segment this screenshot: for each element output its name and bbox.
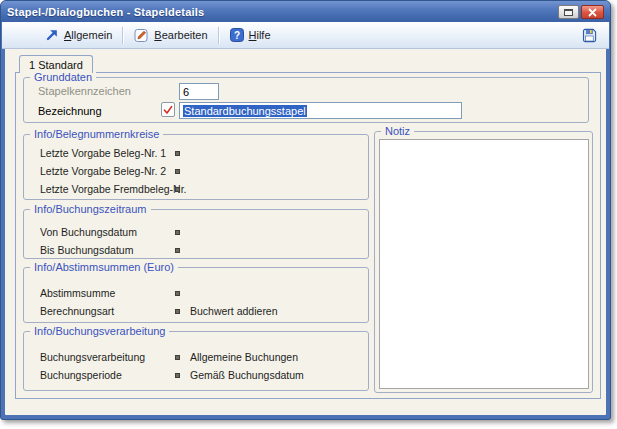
- arrow-up-right-icon: [45, 28, 59, 42]
- info-row-label: Berechnungsart: [40, 305, 114, 317]
- tab-standard[interactable]: 1 Standard: [19, 55, 93, 73]
- info-row: Abstimmsumme: [24, 285, 368, 303]
- info-row-label: Von Buchungsdatum: [40, 226, 137, 238]
- info-row-label: Abstimmsumme: [40, 287, 115, 299]
- group-grunddaten: Grunddaten Stapelkennzeichen Bezeichnung…: [23, 77, 589, 123]
- info-row-label: Letzte Vorgabe Beleg-Nr. 1: [40, 147, 166, 159]
- window-title: Stapel-/Dialogbuchen - Stapeldetails: [7, 6, 204, 18]
- value-marker-square: [175, 373, 180, 378]
- window-controls: [558, 5, 604, 19]
- info-row-label: Letzte Vorgabe Beleg-Nr. 2: [40, 165, 166, 177]
- restore-icon: [564, 9, 573, 16]
- check-glyph: [163, 105, 173, 115]
- group-legend: Notiz: [381, 125, 414, 137]
- group-legend: Info/Belegnummernkreise: [30, 128, 163, 140]
- group-abstimmsummen: Info/Abstimmsummen (Euro) Abstimmsumme B…: [23, 267, 369, 323]
- info-row: Letzte Vorgabe Beleg-Nr. 1: [24, 145, 368, 163]
- bezeichnung-selected-text: Standardbuchungsstapel: [183, 105, 307, 117]
- value-marker-square: [175, 169, 180, 174]
- toolbar-label: Hilfe: [249, 29, 271, 41]
- toolbar: Allgemein Bearbeiten ? Hilfe: [2, 22, 609, 49]
- group-legend: Info/Buchungszeitraum: [30, 203, 151, 215]
- group-belegnummernkreise: Info/Belegnummernkreise Letzte Vorgabe B…: [23, 134, 369, 200]
- bezeichnung-input[interactable]: Standardbuchungsstapel: [179, 102, 462, 119]
- info-row: Buchungsperiode Gemäß Buchungsdatum: [24, 367, 368, 385]
- close-icon: [588, 8, 597, 17]
- value-marker-square: [175, 248, 180, 253]
- save-floppy-icon: [581, 27, 598, 44]
- value-marker-square: [175, 291, 180, 296]
- value-marker-square: [175, 187, 180, 192]
- info-row: Berechnungsart Buchwert addieren: [24, 303, 368, 321]
- value-marker-square: [175, 230, 180, 235]
- toolbar-separator: [218, 27, 220, 44]
- close-button[interactable]: [581, 5, 604, 19]
- info-row-label: Buchungsperiode: [40, 369, 122, 381]
- toolbar-button-hilfe[interactable]: ? Hilfe: [223, 26, 278, 44]
- stapelkennzeichen-input[interactable]: [179, 83, 219, 100]
- red-check-icon[interactable]: [161, 102, 175, 117]
- value-marker-square: [175, 355, 180, 360]
- value-marker-square: [175, 309, 180, 314]
- save-button[interactable]: [579, 26, 600, 45]
- info-row: Von Buchungsdatum: [24, 224, 368, 242]
- info-row-label: Bis Buchungsdatum: [40, 244, 133, 256]
- info-row-label: Letzte Vorgabe Fremdbeleg-Nr.: [40, 183, 187, 195]
- info-row-value: Allgemeine Buchungen: [190, 351, 298, 363]
- toolbar-label: Allgemein: [64, 29, 112, 41]
- info-row: Bis Buchungsdatum: [24, 242, 368, 260]
- toolbar-separator: [122, 27, 124, 44]
- toolbar-button-bearbeiten[interactable]: Bearbeiten: [127, 26, 214, 45]
- titlebar[interactable]: Stapel-/Dialogbuchen - Stapeldetails: [1, 1, 610, 22]
- edit-pencil-icon: [134, 28, 149, 43]
- notiz-textarea[interactable]: [379, 139, 589, 389]
- bezeichnung-label: Bezeichnung: [38, 105, 102, 117]
- content-area: 1 Standard Grunddaten Stapelkennzeichen …: [5, 49, 606, 415]
- value-marker-square: [175, 151, 180, 156]
- group-buchungszeitraum: Info/Buchungszeitraum Von Buchungsdatum …: [23, 209, 369, 259]
- help-icon: ?: [230, 28, 244, 42]
- app-window: Stapel-/Dialogbuchen - Stapeldetails: [0, 0, 611, 420]
- group-legend: Info/Buchungsverarbeitung: [30, 325, 169, 337]
- group-buchungsverarbeitung: Info/Buchungsverarbeitung Buchungsverarb…: [23, 331, 369, 391]
- group-legend: Info/Abstimmsummen (Euro): [30, 261, 178, 273]
- info-row-value: Buchwert addieren: [190, 305, 278, 317]
- toolbar-button-allgemein[interactable]: Allgemein: [38, 26, 119, 44]
- info-row-label: Buchungsverarbeitung: [40, 351, 145, 363]
- screen: Stapel-/Dialogbuchen - Stapeldetails: [0, 0, 617, 429]
- svg-text:?: ?: [233, 30, 239, 41]
- group-notiz: Notiz: [374, 131, 593, 393]
- info-row: Letzte Vorgabe Fremdbeleg-Nr.: [24, 181, 368, 199]
- info-row: Letzte Vorgabe Beleg-Nr. 2: [24, 163, 368, 181]
- restore-button[interactable]: [558, 5, 579, 19]
- info-row-value: Gemäß Buchungsdatum: [190, 369, 304, 381]
- stapelkennzeichen-label: Stapelkennzeichen: [38, 85, 131, 97]
- info-row: Buchungsverarbeitung Allgemeine Buchunge…: [24, 349, 368, 367]
- toolbar-label: Bearbeiten: [154, 29, 207, 41]
